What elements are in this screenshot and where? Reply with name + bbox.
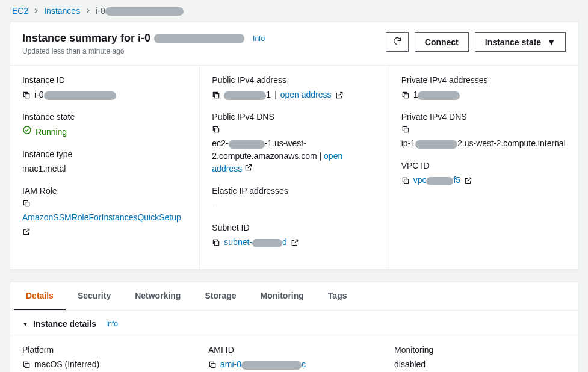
copy-icon[interactable]	[22, 361, 31, 369]
info-link[interactable]: Info	[253, 34, 265, 43]
tab-monitoring[interactable]: Monitoring	[249, 282, 316, 310]
instance-state-button[interactable]: Instance state ▼	[475, 32, 566, 52]
field-public-dns: Public IPv4 DNS ec2--1.us-west-2.compute…	[212, 112, 376, 175]
value: 1	[413, 88, 460, 101]
label: AMI ID	[208, 345, 380, 355]
tab-tags[interactable]: Tags	[316, 282, 359, 310]
copy-icon[interactable]	[401, 91, 410, 99]
label: Instance ID	[22, 75, 187, 85]
label: Platform	[22, 345, 194, 355]
copy-icon[interactable]	[212, 125, 220, 134]
status-running: Running	[22, 125, 67, 138]
svg-rect-5	[215, 241, 219, 245]
value: 1	[224, 88, 271, 101]
tabs: Details Security Networking Storage Moni…	[10, 282, 578, 311]
check-circle-icon	[22, 125, 32, 138]
chevron-right-icon	[85, 6, 91, 16]
instance-summary-panel: Instance summary for i-0 Info Updated le…	[10, 22, 578, 270]
svg-rect-4	[215, 128, 219, 132]
label: Monitoring	[394, 345, 566, 355]
field-vpc-id: VPC ID vpcf5	[401, 161, 566, 187]
updated-text: Updated less than a minute ago	[22, 47, 265, 55]
tabs-panel: Details Security Networking Storage Moni…	[10, 282, 578, 372]
field-ami-id: AMI ID ami-0c	[208, 345, 380, 371]
value: macOS (Inferred)	[34, 358, 99, 371]
caret-down-icon: ▼	[547, 37, 556, 47]
svg-rect-7	[404, 128, 408, 132]
field-public-ipv4: Public IPv4 address 1 | open address	[212, 75, 376, 101]
svg-point-1	[23, 126, 31, 134]
external-link-icon[interactable]	[22, 228, 31, 236]
info-link[interactable]: Info	[106, 320, 118, 328]
field-private-ipv4: Private IPv4 addresses 1	[401, 75, 566, 101]
field-private-dns: Private IPv4 DNS ip-12.us-west-2.compute…	[401, 112, 566, 150]
copy-icon[interactable]	[22, 199, 31, 208]
field-subnet-id: Subnet ID subnet-d	[212, 223, 376, 249]
tab-storage[interactable]: Storage	[193, 282, 248, 310]
label: Private IPv4 addresses	[401, 75, 566, 85]
tab-networking[interactable]: Networking	[123, 282, 193, 310]
svg-rect-8	[404, 179, 408, 183]
breadcrumb-ec2[interactable]: EC2	[12, 6, 28, 16]
field-instance-state: Instance state Running	[22, 112, 187, 138]
open-address-link[interactable]: open address	[280, 88, 332, 101]
value: ec2--1.us-west-2.compute.amazonaws.com |…	[212, 137, 368, 175]
field-platform: Platform macOS (Inferred)	[22, 345, 194, 371]
copy-icon[interactable]	[212, 238, 220, 247]
external-link-icon[interactable]	[244, 163, 253, 172]
refresh-button[interactable]	[386, 32, 409, 52]
label: VPC ID	[401, 161, 566, 170]
vpc-link[interactable]: vpcf5	[413, 174, 460, 187]
ami-id-link[interactable]: ami-0c	[220, 358, 306, 371]
svg-rect-9	[25, 363, 29, 367]
external-link-icon[interactable]	[291, 238, 299, 247]
value: disabled	[394, 358, 426, 371]
label: Subnet ID	[212, 223, 376, 232]
copy-icon[interactable]	[208, 361, 217, 369]
copy-icon[interactable]	[401, 125, 410, 134]
breadcrumb: EC2 Instances i-0	[0, 0, 588, 22]
caret-down-icon: ▼	[22, 321, 28, 327]
panel-header: Instance summary for i-0 Info Updated le…	[10, 22, 578, 66]
page-title: Instance summary for i-0 Info	[22, 32, 265, 45]
iam-role-link[interactable]: AmazonSSMRoleForInstancesQuickSetup	[22, 211, 181, 224]
external-link-icon[interactable]	[335, 91, 344, 99]
field-monitoring: Monitoring disabled	[394, 345, 566, 371]
svg-rect-0	[25, 93, 29, 98]
svg-rect-3	[215, 93, 219, 98]
field-instance-type: Instance type mac1.metal	[22, 149, 187, 175]
chevron-right-icon	[33, 6, 39, 16]
label: Instance type	[22, 149, 187, 159]
refresh-icon	[392, 36, 402, 48]
value: i-0	[34, 88, 116, 101]
field-elastic-ip: Elastic IP addresses –	[212, 186, 376, 212]
breadcrumb-current: i-0	[96, 6, 184, 16]
value: –	[212, 199, 217, 212]
copy-icon[interactable]	[22, 91, 31, 99]
label: Elastic IP addresses	[212, 186, 376, 196]
label: Public IPv4 address	[212, 75, 376, 85]
svg-rect-11	[211, 363, 215, 367]
copy-icon[interactable]	[401, 176, 410, 185]
external-link-icon[interactable]	[464, 176, 472, 185]
svg-rect-6	[404, 93, 408, 98]
section-header-instance-details[interactable]: ▼ Instance details Info	[10, 311, 578, 335]
subnet-link[interactable]: subnet-d	[224, 236, 287, 249]
connect-button[interactable]: Connect	[415, 32, 469, 52]
svg-rect-2	[25, 202, 29, 206]
tab-details[interactable]: Details	[14, 282, 66, 310]
field-instance-id: Instance ID i-0	[22, 75, 187, 101]
label: Private IPv4 DNS	[401, 112, 566, 122]
label: Public IPv4 DNS	[212, 112, 376, 122]
copy-icon[interactable]	[212, 91, 220, 99]
tab-security[interactable]: Security	[66, 282, 123, 310]
label: Instance state	[22, 112, 187, 122]
breadcrumb-instances[interactable]: Instances	[44, 6, 80, 16]
value: mac1.metal	[22, 163, 66, 175]
value: ip-12.us-west-2.compute.internal	[401, 137, 566, 150]
label: IAM Role	[22, 186, 187, 196]
field-iam-role: IAM Role AmazonSSMRoleForInstancesQuickS…	[22, 186, 187, 236]
